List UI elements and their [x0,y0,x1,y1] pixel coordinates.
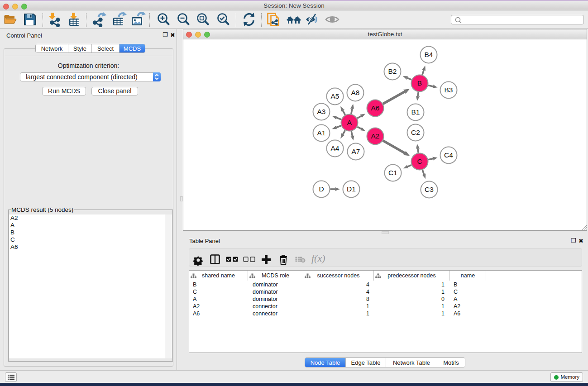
svg-text:A6: A6 [371,104,380,112]
svg-text:B: B [417,79,422,87]
svg-text:C3: C3 [425,186,434,193]
svg-text:A1: A1 [317,129,326,137]
svg-text:B2: B2 [388,67,397,75]
svg-text:C2: C2 [411,129,420,136]
svg-text:B3: B3 [445,86,453,94]
svg-text:C1: C1 [388,169,397,176]
svg-text:A: A [347,119,352,126]
svg-text:D1: D1 [347,185,356,193]
svg-text:A5: A5 [331,92,339,100]
svg-text:A3: A3 [317,108,326,115]
svg-text:B4: B4 [425,51,433,58]
svg-text:A8: A8 [351,89,360,96]
svg-text:B1: B1 [411,108,420,116]
svg-text:A7: A7 [352,148,360,155]
svg-text:C4: C4 [444,151,453,159]
svg-text:A4: A4 [331,144,339,152]
svg-text:C: C [417,157,422,165]
svg-text:D: D [319,185,324,193]
svg-text:A2: A2 [371,132,380,140]
